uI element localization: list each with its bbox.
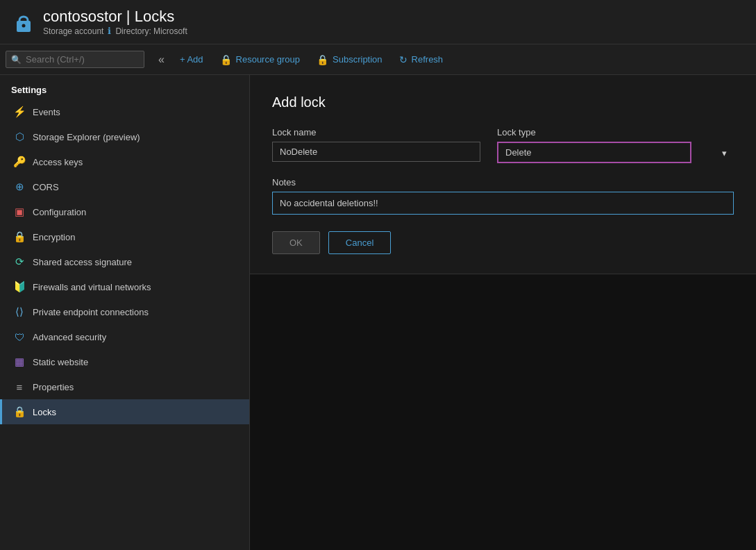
- lock-name-field: Lock name: [272, 127, 480, 162]
- search-icon: 🔍: [11, 55, 22, 65]
- advanced-security-icon: 🛡: [13, 331, 26, 343]
- static-website-label: Static website: [33, 357, 88, 367]
- access-keys-label: Access keys: [33, 157, 83, 167]
- storage-explorer-icon: ⬡: [13, 131, 26, 143]
- encryption-icon: 🔒: [13, 231, 26, 243]
- encryption-label: Encryption: [33, 232, 75, 242]
- firewalls-label: Firewalls and virtual networks: [33, 282, 151, 292]
- locks-icon: 🔒: [13, 406, 26, 418]
- add-label: + Add: [180, 54, 203, 65]
- sidebar-item-encryption[interactable]: 🔒 Encryption: [0, 224, 249, 249]
- sidebar-item-configuration[interactable]: ▣ Configuration: [0, 199, 249, 224]
- configuration-icon: ▣: [13, 206, 26, 218]
- sidebar-item-storage-explorer[interactable]: ⬡ Storage Explorer (preview): [0, 124, 249, 149]
- directory-label: Directory: Microsoft: [115, 26, 187, 36]
- lock-type-field: Lock type Delete Read-only ▾: [497, 127, 734, 163]
- collapse-button[interactable]: «: [153, 51, 170, 69]
- cors-icon: ⊕: [13, 181, 26, 193]
- content-panel: Add lock Lock name Lock type Delete Read…: [250, 75, 756, 550]
- resource-group-lock-icon: 🔒: [220, 54, 232, 65]
- subscription-lock-icon: 🔒: [317, 54, 328, 65]
- properties-icon: ≡: [13, 381, 26, 393]
- shared-access-label: Shared access signature: [33, 257, 132, 267]
- header: contosostor | Locks Storage account ℹ Di…: [0, 0, 756, 44]
- add-lock-panel: Add lock Lock name Lock type Delete Read…: [250, 75, 756, 274]
- notes-field: Notes: [272, 177, 734, 215]
- resource-group-button[interactable]: 🔒 Resource group: [213, 50, 308, 69]
- shared-access-icon: ⟳: [13, 256, 26, 268]
- refresh-button[interactable]: ↻ Refresh: [392, 50, 451, 69]
- chevron-down-icon: ▾: [722, 147, 727, 158]
- notes-input[interactable]: [272, 192, 734, 215]
- notes-label: Notes: [272, 177, 734, 188]
- cancel-button[interactable]: Cancel: [328, 231, 391, 254]
- events-label: Events: [33, 107, 60, 117]
- sidebar-item-properties[interactable]: ≡ Properties: [0, 374, 249, 399]
- sidebar-item-events[interactable]: ⚡ Events: [0, 99, 249, 124]
- refresh-icon: ↻: [399, 54, 408, 65]
- ok-button[interactable]: OK: [272, 231, 320, 254]
- lock-name-input[interactable]: [272, 142, 480, 162]
- static-website-icon: ▦: [13, 356, 26, 368]
- subscription-button[interactable]: 🔒 Subscription: [310, 50, 389, 69]
- private-endpoint-icon: ⟨⟩: [13, 306, 26, 318]
- refresh-label: Refresh: [412, 54, 444, 65]
- page-title: contosostor | Locks: [43, 8, 187, 26]
- main-layout: Settings ⚡ Events ⬡ Storage Explorer (pr…: [0, 75, 756, 550]
- collapse-icon: «: [158, 53, 165, 65]
- sidebar-item-shared-access-signature[interactable]: ⟳ Shared access signature: [0, 249, 249, 274]
- sidebar-item-private-endpoint[interactable]: ⟨⟩ Private endpoint connections: [0, 299, 249, 324]
- storage-explorer-label: Storage Explorer (preview): [33, 132, 140, 142]
- sidebar-item-firewalls[interactable]: 🔰 Firewalls and virtual networks: [0, 274, 249, 299]
- sidebar-item-cors[interactable]: ⊕ CORS: [0, 174, 249, 199]
- settings-section-label: Settings: [0, 75, 249, 99]
- add-button[interactable]: + Add: [173, 50, 210, 69]
- form-actions: OK Cancel: [272, 231, 734, 254]
- events-icon: ⚡: [13, 106, 26, 118]
- resource-group-label: Resource group: [236, 54, 301, 65]
- sidebar: Settings ⚡ Events ⬡ Storage Explorer (pr…: [0, 75, 250, 550]
- cors-label: CORS: [33, 182, 59, 192]
- lock-name-label: Lock name: [272, 127, 480, 138]
- svg-rect-1: [19, 17, 28, 24]
- advanced-security-label: Advanced security: [33, 332, 106, 342]
- storage-account-label: Storage account: [43, 26, 103, 36]
- lock-type-select-wrapper: Delete Read-only ▾: [497, 142, 734, 163]
- firewalls-icon: 🔰: [13, 281, 26, 293]
- configuration-label: Configuration: [33, 207, 86, 217]
- svg-point-2: [22, 24, 26, 27]
- form-row-lock-info: Lock name Lock type Delete Read-only ▾: [272, 127, 734, 163]
- header-icon: [11, 10, 36, 35]
- access-keys-icon: 🔑: [13, 156, 26, 168]
- header-subtitle: Storage account ℹ Directory: Microsoft: [43, 26, 187, 36]
- sidebar-item-static-website[interactable]: ▦ Static website: [0, 349, 249, 374]
- toolbar: 🔍 « + Add 🔒 Resource group 🔒 Subscriptio…: [0, 44, 756, 75]
- subscription-label: Subscription: [333, 54, 383, 65]
- properties-label: Properties: [33, 382, 74, 392]
- info-icon: ℹ: [108, 26, 111, 36]
- sidebar-item-access-keys[interactable]: 🔑 Access keys: [0, 149, 249, 174]
- sidebar-item-locks[interactable]: 🔒 Locks: [0, 399, 249, 424]
- lock-type-select[interactable]: Delete Read-only: [497, 142, 691, 163]
- header-title-block: contosostor | Locks Storage account ℹ Di…: [43, 8, 187, 36]
- add-lock-title: Add lock: [272, 94, 734, 110]
- locks-label: Locks: [33, 407, 56, 417]
- lock-type-label: Lock type: [497, 127, 734, 138]
- search-wrap: 🔍: [6, 51, 144, 68]
- sidebar-item-advanced-security[interactable]: 🛡 Advanced security: [0, 324, 249, 349]
- private-endpoint-label: Private endpoint connections: [33, 307, 149, 317]
- search-input[interactable]: [6, 51, 144, 68]
